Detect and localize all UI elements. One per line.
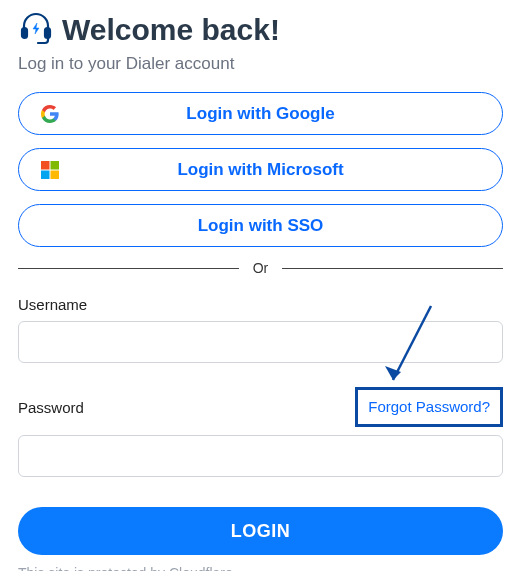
- svg-rect-2: [41, 161, 50, 170]
- page-subtitle: Log in to your Dialer account: [18, 54, 503, 74]
- svg-rect-4: [41, 170, 50, 179]
- svg-marker-7: [385, 366, 401, 380]
- headset-bolt-icon: [18, 10, 54, 50]
- login-google-button[interactable]: Login with Google: [18, 92, 503, 135]
- login-microsoft-button[interactable]: Login with Microsoft: [18, 148, 503, 191]
- password-input[interactable]: [18, 435, 503, 477]
- svg-rect-1: [45, 28, 50, 38]
- microsoft-icon: [41, 161, 59, 179]
- divider: Or: [18, 260, 503, 276]
- svg-rect-0: [22, 28, 27, 38]
- page-title: Welcome back!: [62, 13, 280, 47]
- username-label: Username: [18, 296, 503, 313]
- login-header: Welcome back!: [18, 10, 503, 50]
- cloudflare-notice: This site is protected by Cloudflare.: [18, 565, 503, 571]
- google-button-label: Login with Google: [186, 104, 334, 124]
- forgot-password-link[interactable]: Forgot Password?: [368, 398, 490, 415]
- sso-button-label: Login with SSO: [198, 216, 324, 236]
- svg-rect-5: [51, 170, 60, 179]
- password-label: Password: [18, 399, 84, 416]
- divider-label: Or: [239, 260, 283, 276]
- microsoft-button-label: Login with Microsoft: [177, 160, 343, 180]
- svg-rect-3: [51, 161, 60, 170]
- login-sso-button[interactable]: Login with SSO: [18, 204, 503, 247]
- login-button[interactable]: LOGIN: [18, 507, 503, 555]
- google-icon: [41, 105, 59, 123]
- forgot-password-highlight: Forgot Password?: [355, 387, 503, 427]
- username-input[interactable]: [18, 321, 503, 363]
